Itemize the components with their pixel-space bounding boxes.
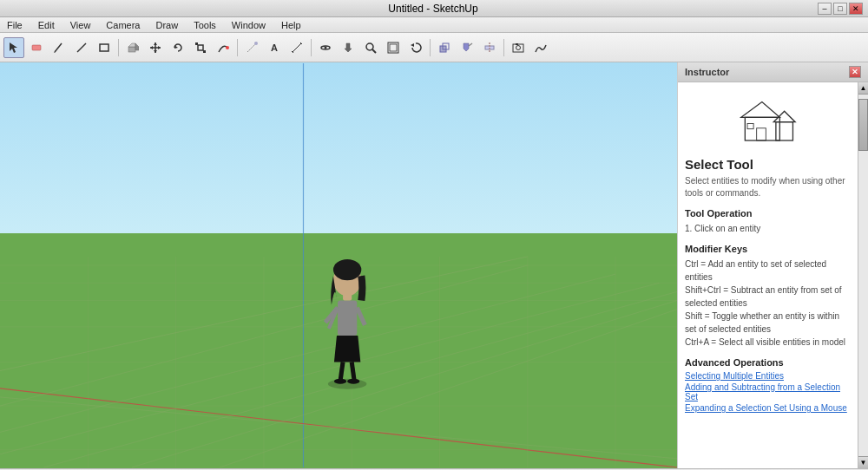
modifier-keys-text: Ctrl = Add an entity to set of selected … (685, 258, 851, 349)
tool-title: Select Tool (685, 157, 851, 172)
instructor-panel: Instructor ✕ (677, 62, 868, 468)
svg-marker-82 (773, 111, 795, 121)
svg-line-4 (77, 43, 86, 52)
zoom-extents-button[interactable] (383, 37, 404, 58)
menu-help[interactable]: Help (278, 18, 305, 32)
svg-rect-1 (32, 45, 41, 50)
pencil-tool-button[interactable] (49, 37, 69, 58)
scroll-down[interactable]: ▼ (858, 456, 869, 468)
svg-rect-17 (195, 42, 198, 45)
menu-file[interactable]: File (3, 18, 26, 32)
toolbar-separator-1 (118, 39, 119, 56)
tool-icon (733, 89, 803, 150)
svg-point-27 (366, 43, 373, 50)
svg-marker-31 (411, 43, 414, 47)
svg-rect-80 (747, 123, 753, 128)
ground-background (0, 233, 677, 468)
orbit-tool-button[interactable] (315, 37, 336, 58)
main-area: Instructor ✕ (0, 62, 868, 468)
instructor-close-button[interactable]: ✕ (849, 66, 861, 78)
menu-tools[interactable]: Tools (190, 18, 220, 32)
svg-marker-14 (158, 46, 161, 49)
advanced-ops-heading: Advanced Operations (685, 357, 851, 368)
svg-line-28 (372, 49, 376, 53)
toolbar-separator-5 (503, 39, 504, 56)
components-button[interactable] (434, 37, 455, 58)
restore-button[interactable]: □ (833, 3, 847, 15)
instructor-content: Select Tool Select entities to modify wh… (678, 82, 858, 468)
scale-tool-button[interactable] (190, 37, 211, 58)
toolbar: A (0, 33, 868, 62)
scroll-up[interactable]: ▲ (858, 82, 869, 95)
prev-view-button[interactable] (405, 37, 426, 58)
toolbar-separator-3 (311, 39, 312, 56)
instructor-header: Instructor ✕ (678, 62, 868, 82)
minimize-button[interactable]: – (818, 3, 832, 15)
pan-tool-button[interactable] (338, 37, 358, 58)
svg-marker-13 (150, 46, 153, 49)
svg-rect-39 (516, 43, 518, 45)
advanced-link-3[interactable]: Expanding a Selection Set Using a Mouse (685, 403, 851, 413)
close-button[interactable]: ✕ (849, 3, 863, 15)
svg-line-22 (293, 43, 301, 52)
svg-rect-6 (128, 47, 135, 52)
svg-rect-81 (775, 122, 792, 140)
select-tool-button[interactable] (3, 37, 24, 58)
svg-marker-12 (154, 50, 157, 53)
followme-tool-button[interactable] (213, 37, 233, 58)
modifier-keys-heading: Modifier Keys (685, 244, 851, 254)
zoom-tool-button[interactable] (360, 37, 381, 58)
paint-button[interactable] (457, 37, 477, 58)
tape-tool-button[interactable] (241, 37, 262, 58)
svg-line-2 (55, 43, 62, 52)
svg-marker-15 (174, 45, 178, 49)
sandbox-button[interactable] (530, 37, 551, 58)
section-plane-button[interactable] (479, 37, 500, 58)
menu-view[interactable]: View (67, 18, 95, 32)
window-title: Untitled - SketchUp (388, 3, 477, 15)
svg-point-38 (516, 45, 521, 49)
instructor-title-label: Instructor (685, 67, 729, 77)
menu-window[interactable]: Window (228, 18, 269, 32)
menubar: File Edit View Camera Draw Tools Window … (0, 17, 868, 33)
svg-marker-78 (740, 102, 779, 118)
sky-background (0, 62, 677, 233)
svg-rect-79 (756, 128, 766, 140)
scroll-thumb[interactable] (858, 99, 868, 151)
svg-point-19 (226, 46, 229, 49)
svg-rect-5 (100, 44, 108, 51)
menu-draw[interactable]: Draw (152, 18, 181, 32)
svg-rect-16 (198, 45, 203, 50)
viewport[interactable] (0, 62, 677, 468)
dimensions-tool-button[interactable] (286, 37, 307, 58)
toolbar-separator-2 (237, 39, 238, 56)
svg-line-34 (469, 43, 472, 46)
svg-line-20 (247, 43, 256, 52)
photo-match-button[interactable] (508, 37, 529, 58)
menu-edit[interactable]: Edit (35, 18, 58, 32)
svg-marker-8 (135, 43, 139, 50)
advanced-link-1[interactable]: Selecting Multiple Entities (685, 371, 851, 381)
svg-marker-0 (10, 42, 17, 53)
scrollbar[interactable]: ▲ ▼ (858, 82, 868, 468)
svg-point-21 (254, 42, 258, 45)
menu-camera[interactable]: Camera (102, 18, 143, 32)
toolbar-separator-4 (430, 39, 431, 56)
tool-operation-text: 1. Click on an entity (685, 222, 851, 235)
titlebar: Untitled - SketchUp – □ ✕ (0, 0, 868, 17)
advanced-link-2[interactable]: Adding and Subtracting from a Selection … (685, 382, 851, 401)
line-tool-button[interactable] (71, 37, 92, 58)
svg-rect-30 (390, 44, 397, 51)
tool-operation-heading: Tool Operation (685, 208, 851, 219)
pushpull-tool-button[interactable] (122, 37, 143, 58)
svg-marker-7 (128, 43, 135, 47)
window-controls[interactable]: – □ ✕ (818, 3, 863, 15)
move-tool-button[interactable] (145, 37, 166, 58)
eraser-tool-button[interactable] (26, 37, 47, 58)
rotate-tool-button[interactable] (168, 37, 188, 58)
svg-marker-11 (154, 42, 157, 45)
tool-subtitle: Select entities to modify when using oth… (685, 175, 851, 199)
text-tool-button[interactable]: A (264, 37, 285, 58)
svg-point-26 (325, 46, 327, 49)
shape-tool-button[interactable] (94, 37, 115, 58)
